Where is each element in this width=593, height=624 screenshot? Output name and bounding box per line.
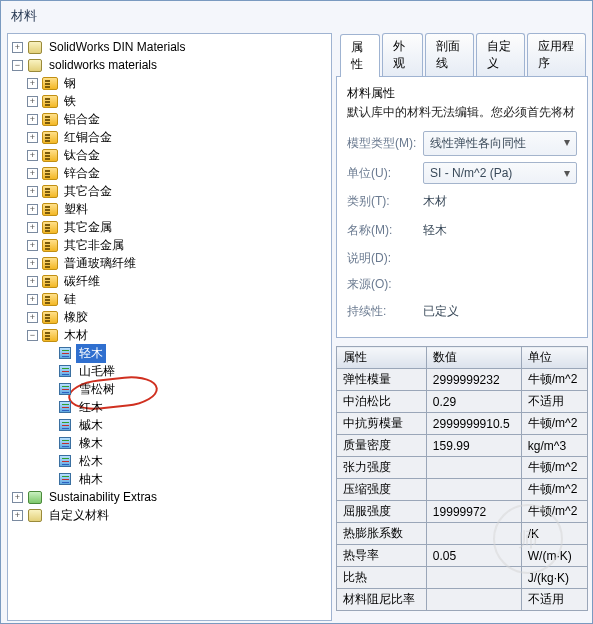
tree-category[interactable]: +铝合金 xyxy=(8,110,331,128)
tree-category[interactable]: +钛合金 xyxy=(8,146,331,164)
col-unit[interactable]: 单位 xyxy=(521,347,587,369)
expand-icon[interactable]: + xyxy=(27,168,38,179)
table-cell: 不适用 xyxy=(521,589,587,611)
expand-icon[interactable]: + xyxy=(27,132,38,143)
tree-material-item[interactable]: 柚木 xyxy=(8,470,331,488)
tree-category[interactable]: +其它合金 xyxy=(8,182,331,200)
folder-icon xyxy=(42,311,58,324)
tree-category[interactable]: +铁 xyxy=(8,92,331,110)
tree-label: 其它合金 xyxy=(61,182,115,201)
material-icon xyxy=(59,401,71,413)
table-row[interactable]: 弹性模量2999999232牛顿/m^2 xyxy=(337,369,588,391)
table-row[interactable]: 材料阻尼比率不适用 xyxy=(337,589,588,611)
tree-root-din[interactable]: + SolidWorks DIN Materials xyxy=(8,38,331,56)
tree-material-item[interactable]: 雪松树 xyxy=(8,380,331,398)
tree-category[interactable]: +锌合金 xyxy=(8,164,331,182)
expand-icon[interactable]: + xyxy=(27,312,38,323)
table-row[interactable]: 中泊松比0.29不适用 xyxy=(337,391,588,413)
tab-properties[interactable]: 属性 xyxy=(340,34,380,77)
material-icon xyxy=(59,419,71,431)
folder-icon xyxy=(42,149,58,162)
tree-category[interactable]: +硅 xyxy=(8,290,331,308)
tree-category[interactable]: +橡胶 xyxy=(8,308,331,326)
category-value: 木材 xyxy=(423,190,577,213)
tree-category[interactable]: +红铜合金 xyxy=(8,128,331,146)
table-cell: 牛顿/m^2 xyxy=(521,501,587,523)
table-row[interactable]: 热膨胀系数/K xyxy=(337,523,588,545)
tabs: 属性 外观 剖面线 自定义 应用程序 xyxy=(336,33,588,77)
table-cell: kg/m^3 xyxy=(521,435,587,457)
table-row[interactable]: 质量密度159.99kg/m^3 xyxy=(337,435,588,457)
material-icon xyxy=(59,383,71,395)
material-icon xyxy=(59,347,71,359)
expand-icon[interactable]: + xyxy=(27,114,38,125)
material-tree[interactable]: + SolidWorks DIN Materials − solidworks … xyxy=(7,33,332,621)
tab-appearance[interactable]: 外观 xyxy=(382,33,422,76)
table-cell: 张力强度 xyxy=(337,457,427,479)
collapse-icon[interactable]: − xyxy=(12,60,23,71)
name-label: 名称(M): xyxy=(347,222,423,239)
col-value[interactable]: 数值 xyxy=(426,347,521,369)
table-row[interactable]: 张力强度牛顿/m^2 xyxy=(337,457,588,479)
folder-icon xyxy=(42,203,58,216)
section-desc: 默认库中的材料无法编辑。您必须首先将材 xyxy=(347,104,577,121)
table-cell: 牛顿/m^2 xyxy=(521,457,587,479)
tree-label: 普通玻璃纤维 xyxy=(61,254,139,273)
table-row[interactable]: 中抗剪模量2999999910.5牛顿/m^2 xyxy=(337,413,588,435)
tree-cat-wood[interactable]: − 木材 xyxy=(8,326,331,344)
tree-material-item[interactable]: 红木 xyxy=(8,398,331,416)
expand-icon[interactable]: + xyxy=(27,222,38,233)
tree-label: 锌合金 xyxy=(61,164,103,183)
expand-icon[interactable]: + xyxy=(12,42,23,53)
model-type-select[interactable]: 线性弹性各向同性 xyxy=(423,131,577,156)
table-cell: 不适用 xyxy=(521,391,587,413)
collapse-icon[interactable]: − xyxy=(27,330,38,341)
table-row[interactable]: 热导率0.05W/(m·K) xyxy=(337,545,588,567)
tab-appdata[interactable]: 应用程序 xyxy=(527,33,586,76)
expand-icon[interactable]: + xyxy=(27,78,38,89)
tree-material-item[interactable]: 松木 xyxy=(8,452,331,470)
table-cell: 热膨胀系数 xyxy=(337,523,427,545)
tree-material-item[interactable]: 山毛榉 xyxy=(8,362,331,380)
expand-icon[interactable]: + xyxy=(27,276,38,287)
tree-material-item[interactable]: 轻木 xyxy=(8,344,331,362)
table-row[interactable]: 屈服强度19999972牛顿/m^2 xyxy=(337,501,588,523)
expand-icon[interactable]: + xyxy=(27,150,38,161)
tree-category[interactable]: +其它金属 xyxy=(8,218,331,236)
expand-icon[interactable]: + xyxy=(12,492,23,503)
tree-category[interactable]: +其它非金属 xyxy=(8,236,331,254)
tree-material-item[interactable]: 槭木 xyxy=(8,416,331,434)
tree-label: 红木 xyxy=(76,398,106,417)
tree-category[interactable]: +普通玻璃纤维 xyxy=(8,254,331,272)
tree-extras[interactable]: + Sustainability Extras xyxy=(8,488,331,506)
tree-material-item[interactable]: 橡木 xyxy=(8,434,331,452)
unit-select[interactable]: SI - N/m^2 (Pa) xyxy=(423,162,577,184)
expand-icon[interactable]: + xyxy=(27,186,38,197)
table-cell xyxy=(426,479,521,501)
persist-label: 持续性: xyxy=(347,303,423,320)
expand-icon[interactable]: + xyxy=(12,510,23,521)
tree-category[interactable]: +塑料 xyxy=(8,200,331,218)
tree-category[interactable]: +碳纤维 xyxy=(8,272,331,290)
expand-icon[interactable]: + xyxy=(27,240,38,251)
folder-icon xyxy=(42,239,58,252)
expand-icon[interactable]: + xyxy=(27,96,38,107)
expand-icon[interactable]: + xyxy=(27,294,38,305)
table-row[interactable]: 比热J/(kg·K) xyxy=(337,567,588,589)
table-cell: 材料阻尼比率 xyxy=(337,589,427,611)
tab-custom[interactable]: 自定义 xyxy=(476,33,525,76)
tree-custom[interactable]: + 自定义材料 xyxy=(8,506,331,524)
tree-label: 碳纤维 xyxy=(61,272,103,291)
tab-crosshatch[interactable]: 剖面线 xyxy=(425,33,474,76)
tree-label: 其它非金属 xyxy=(61,236,127,255)
col-property[interactable]: 属性 xyxy=(337,347,427,369)
table-row[interactable]: 压缩强度牛顿/m^2 xyxy=(337,479,588,501)
expand-icon[interactable]: + xyxy=(27,204,38,215)
table-cell: 质量密度 xyxy=(337,435,427,457)
table-cell: 牛顿/m^2 xyxy=(521,479,587,501)
tree-root-sw[interactable]: − solidworks materials xyxy=(8,56,331,74)
expand-icon[interactable]: + xyxy=(27,258,38,269)
category-label: 类别(T): xyxy=(347,193,423,210)
desc-value xyxy=(423,248,577,268)
tree-category[interactable]: +钢 xyxy=(8,74,331,92)
